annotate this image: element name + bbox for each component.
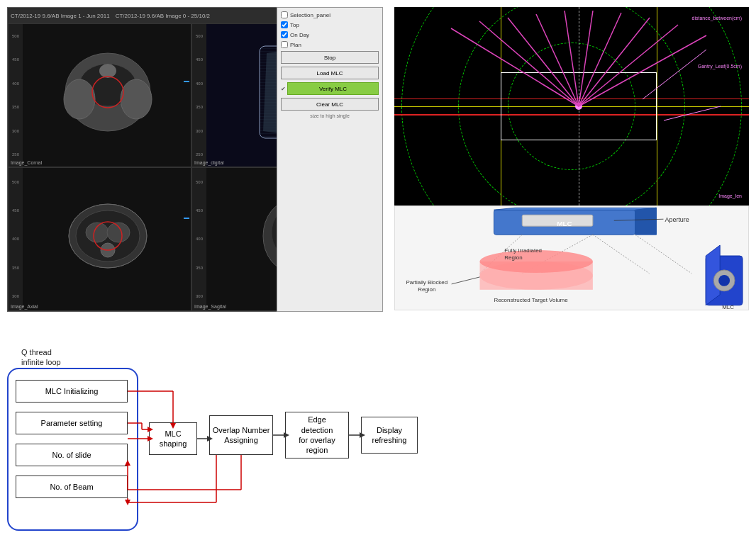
selection-checkbox[interactable] bbox=[281, 11, 288, 18]
svg-point-3 bbox=[121, 79, 152, 119]
svg-text:Region: Region bbox=[504, 254, 522, 261]
svg-marker-69 bbox=[284, 432, 289, 438]
svg-marker-75 bbox=[125, 460, 130, 466]
svg-line-48 bbox=[635, 235, 692, 274]
svg-marker-65 bbox=[148, 436, 153, 441]
svg-point-14 bbox=[107, 223, 130, 242]
top-checkbox[interactable] bbox=[281, 21, 288, 28]
right-panel: distance_between(cm) Gantry_Leaf(0.5cm) … bbox=[394, 7, 749, 312]
svg-text:Region: Region bbox=[418, 286, 435, 293]
ctrl-top-row: Top bbox=[281, 21, 379, 28]
verify-mlc-button[interactable]: Verify MLC bbox=[287, 82, 379, 95]
svg-line-26 bbox=[451, 28, 579, 106]
ruler-left-br: 500450400350300 bbox=[192, 168, 206, 310]
size-label: size to high single bbox=[281, 113, 379, 118]
load-mlc-button[interactable]: Load MLC bbox=[281, 67, 379, 79]
ruler-left-bl: 500450400350300 bbox=[9, 168, 23, 310]
selection-label: Selection_panel bbox=[290, 12, 330, 18]
ct-toolbar-text-1: CT/2012-19 9.6/AB Image 1 - Jun 2011 bbox=[11, 13, 110, 19]
blue-tick-tl bbox=[184, 81, 189, 82]
svg-text:Aperture: Aperture bbox=[665, 216, 689, 223]
clear-mlc-button[interactable]: Clear MLC bbox=[281, 98, 379, 111]
svg-marker-67 bbox=[207, 436, 213, 441]
stop-button[interactable]: Stop bbox=[281, 51, 379, 64]
bev-label-imglen: Image_len bbox=[718, 193, 742, 198]
onday-label: On Day bbox=[290, 32, 309, 38]
flowchart-arrows-svg bbox=[7, 348, 461, 546]
ct-label-sagittal: Image_Sagital bbox=[194, 304, 226, 309]
ctrl-onday-row: On Day bbox=[281, 31, 379, 38]
svg-line-37 bbox=[664, 106, 721, 120]
svg-marker-39 bbox=[494, 208, 656, 210]
blue-tick-bl bbox=[184, 218, 189, 219]
ct-label-axial: Image_Axial bbox=[11, 304, 38, 309]
plan-label: Plan bbox=[290, 42, 301, 48]
svg-line-35 bbox=[579, 35, 706, 106]
ruler-left-tl: 500450400350300250 bbox=[9, 24, 23, 167]
svg-point-4 bbox=[99, 64, 116, 78]
svg-marker-82 bbox=[170, 423, 176, 429]
bev-beams-svg bbox=[394, 7, 749, 206]
svg-line-34 bbox=[579, 25, 678, 106]
svg-text:Partially Blocked: Partially Blocked bbox=[406, 279, 448, 286]
svg-text:MLC: MLC bbox=[557, 220, 572, 227]
svg-point-13 bbox=[86, 223, 109, 242]
svg-line-47 bbox=[593, 235, 650, 274]
svg-marker-40 bbox=[635, 208, 657, 235]
svg-marker-86 bbox=[148, 427, 153, 432]
mlc-diagram: MLC Aperture Partially Blocked Region Fu… bbox=[394, 206, 749, 310]
flowchart: Q thread infinite loop MLC Initializing … bbox=[7, 348, 461, 546]
top-label: Top bbox=[290, 22, 299, 28]
svg-point-2 bbox=[64, 79, 95, 119]
svg-text:Reconstructed Target Volume: Reconstructed Target Volume bbox=[494, 297, 568, 303]
svg-text:Fully Irradiated: Fully Irradiated bbox=[504, 247, 542, 254]
bev-label-gantry: Gantry_Leaf(0.5cm) bbox=[698, 64, 742, 69]
ctrl-selection-row: Selection_panel bbox=[281, 11, 379, 18]
ct-toolbar-text-2: CT/2012-19 9.6/AB Image 0 - 25/10/2 bbox=[116, 13, 210, 19]
ct-body-coronal bbox=[24, 28, 191, 157]
svg-point-61 bbox=[718, 275, 730, 286]
ctrl-plan-row: Plan bbox=[281, 41, 379, 48]
mlc-diagram-svg: MLC Aperture Partially Blocked Region Fu… bbox=[395, 206, 748, 310]
bev-label-distance: distance_between(cm) bbox=[692, 16, 742, 21]
ct-body-axial bbox=[24, 171, 191, 300]
ruler-left-tr: 500450400350300250 bbox=[192, 24, 206, 167]
ct-label-digital: Image_digital bbox=[194, 160, 224, 165]
svg-line-27 bbox=[479, 21, 579, 106]
ct-cell-coronal: 500450400350300250 Image_Cornal bbox=[8, 23, 191, 167]
onday-checkbox[interactable] bbox=[281, 31, 288, 38]
svg-line-54 bbox=[452, 277, 480, 284]
svg-line-32 bbox=[579, 13, 621, 106]
bev-view: distance_between(cm) Gantry_Leaf(0.5cm) … bbox=[394, 7, 749, 206]
ct-label-coronal: Image_Cornal bbox=[11, 160, 42, 165]
svg-line-36 bbox=[643, 50, 706, 99]
ct-controls-panel: Selection_panel Top On Day Plan Stop Loa… bbox=[277, 7, 383, 312]
svg-text:MLC: MLC bbox=[722, 304, 734, 310]
plan-checkbox[interactable] bbox=[281, 41, 288, 48]
svg-marker-71 bbox=[360, 432, 365, 438]
ct-cell-axial: 500450400350300 bbox=[8, 167, 191, 311]
